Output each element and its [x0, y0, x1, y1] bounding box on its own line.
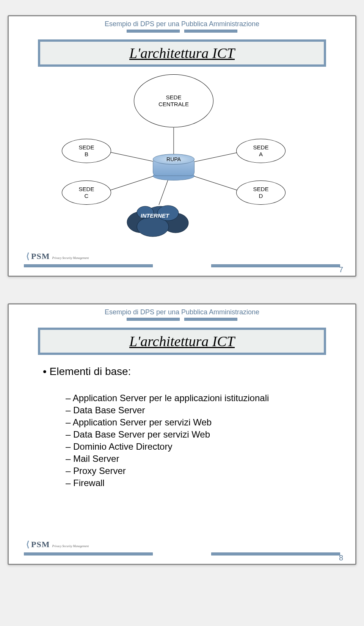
node-b-l1: SEDE — [79, 144, 94, 151]
element-list: Application Server per le applicazioni i… — [43, 393, 321, 488]
footer-divider — [24, 552, 340, 555]
footer-bar-right — [211, 552, 340, 555]
logo-subtext: Privacy Security Management — [52, 544, 89, 548]
list-item: Data Base Server — [66, 405, 321, 416]
node-b-l2: B — [85, 151, 88, 158]
divider-left — [127, 318, 180, 321]
title-box: L'architettura ICT — [38, 39, 326, 67]
node-sede-a: SEDE A — [236, 139, 286, 163]
logo-subtext: Privacy Security Management — [52, 256, 89, 260]
list-item: Proxy Server — [66, 466, 321, 476]
node-d-l1: SEDE — [253, 186, 269, 193]
node-sede-d: SEDE D — [236, 180, 286, 205]
slide-header-text: Esempio di DPS per una Pubblica Amminist… — [9, 16, 355, 30]
line-c-rupa — [110, 176, 154, 190]
line-b-rupa — [110, 152, 153, 162]
page-number: 8 — [339, 554, 343, 562]
footer-bar-right — [211, 264, 340, 267]
slide-2: Esempio di DPS per una Pubblica Amminist… — [8, 303, 356, 565]
node-rupa: RUPA — [153, 154, 195, 180]
logo-caret-icon: ⟨ — [26, 540, 30, 549]
slide-1: Esempio di DPS per una Pubblica Amminist… — [8, 15, 356, 277]
slide-header-text: Esempio di DPS per una Pubblica Amminist… — [9, 304, 355, 318]
node-a-l2: A — [259, 151, 263, 158]
header-divider — [9, 30, 355, 33]
list-item: Application Server per le applicazioni i… — [66, 393, 321, 403]
divider-left — [127, 30, 180, 33]
disk-top: RUPA — [153, 154, 195, 165]
node-a-l1: SEDE — [253, 144, 269, 151]
psm-logo: ⟨ PSM Privacy Security Management — [26, 540, 89, 549]
list-item: Data Base Server per servizi Web — [66, 429, 321, 440]
node-d-l2: D — [259, 193, 263, 199]
node-centrale-l2: CENTRALE — [158, 101, 189, 108]
slide-title: L'architettura ICT — [129, 333, 235, 350]
rupa-label: RUPA — [166, 156, 181, 162]
list-item: Mail Server — [66, 453, 321, 464]
logo-text: PSM — [31, 251, 50, 261]
footer-bar-left — [24, 552, 153, 555]
node-centrale-l1: SEDE — [166, 94, 182, 101]
slide-content: Elementi di base: Application Server per… — [9, 355, 355, 488]
node-c-l2: C — [85, 193, 89, 199]
psm-logo: ⟨ PSM Privacy Security Management — [26, 251, 89, 261]
footer-bar-left — [24, 264, 153, 267]
list-item: Firewall — [66, 478, 321, 488]
title-box: L'architettura ICT — [38, 328, 326, 355]
main-bullet: Elementi di base: — [43, 366, 321, 378]
node-internet: INTERNET — [122, 199, 191, 237]
divider-right — [184, 30, 237, 33]
network-diagram: SEDE CENTRALE SEDE B SEDE A SEDE C SEDE … — [9, 74, 355, 237]
list-item: Dominio Active Directory — [66, 441, 321, 452]
line-a-rupa — [195, 152, 237, 162]
logo-caret-icon: ⟨ — [26, 251, 30, 261]
line-centrale-rupa — [174, 128, 174, 158]
footer-divider — [24, 264, 340, 267]
divider-right — [184, 318, 237, 321]
node-sede-b: SEDE B — [62, 139, 111, 163]
slide-title: L'architettura ICT — [129, 45, 235, 61]
node-c-l1: SEDE — [79, 186, 94, 193]
node-sede-centrale: SEDE CENTRALE — [134, 74, 213, 127]
list-item: Application Server per servizi Web — [66, 417, 321, 428]
node-sede-c: SEDE C — [62, 180, 111, 205]
header-divider — [9, 318, 355, 321]
line-d-rupa — [194, 176, 237, 190]
internet-label: INTERNET — [141, 212, 169, 219]
logo-text: PSM — [31, 540, 50, 549]
page-number: 7 — [339, 265, 343, 274]
